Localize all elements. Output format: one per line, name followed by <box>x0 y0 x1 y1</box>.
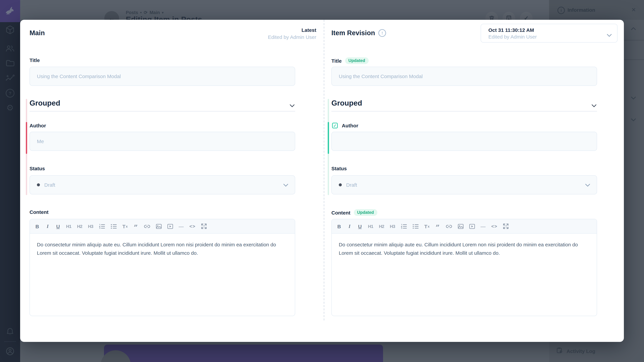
video-icon[interactable] <box>167 224 173 229</box>
breadcrumb-collection[interactable]: Posts <box>126 10 138 15</box>
group-heading: Grouped <box>332 99 362 108</box>
bold-icon[interactable]: B <box>337 223 342 229</box>
version-label: Latest <box>268 26 316 33</box>
breadcrumb[interactable]: Posts • ⟳ Main ▾ <box>126 10 164 15</box>
accordion-expand-icon[interactable] <box>631 117 636 123</box>
group-collapse-chevron-icon[interactable] <box>290 103 294 109</box>
accordion-collapse-icon[interactable] <box>631 25 636 31</box>
modal-footer: 1 Difference ✓ Select All Differences (1… <box>20 318 624 342</box>
status-select[interactable]: Draft <box>332 175 597 194</box>
h2-icon[interactable]: H2 <box>379 224 384 229</box>
video-icon[interactable] <box>469 224 475 229</box>
blockquote-icon[interactable]: ” <box>435 223 440 229</box>
activity-log-icon <box>557 347 562 355</box>
question-mark-glyph: ? <box>6 89 14 97</box>
module-insights-icon[interactable] <box>0 72 20 83</box>
close-panel-button[interactable]: ✕ <box>631 6 636 13</box>
content-field-label: Content Updated <box>332 209 377 216</box>
horizontal-rule-icon[interactable]: — <box>178 223 184 229</box>
revision-column: Item Revision ! Oct 31 11:30:12 AM Edite… <box>332 20 618 318</box>
clear-formatting-icon[interactable]: Tx <box>424 223 430 229</box>
info-i-glyph: i <box>561 8 562 13</box>
fullscreen-icon[interactable] <box>201 224 206 229</box>
fullscreen-icon[interactable] <box>503 224 508 229</box>
code-icon[interactable]: <> <box>189 224 196 229</box>
underline-icon[interactable]: U <box>56 223 60 229</box>
main-column-title: Main <box>30 29 45 37</box>
status-field-label: Status <box>332 166 347 171</box>
panel-divider <box>624 59 644 60</box>
author-input[interactable]: Me <box>30 132 295 151</box>
sidebar-item-activity-log[interactable]: Activity Log <box>557 347 595 355</box>
clear-formatting-icon[interactable]: Tx <box>122 223 128 229</box>
h1-icon[interactable]: H1 <box>368 224 373 229</box>
italic-icon[interactable]: I <box>347 223 352 229</box>
module-users-icon[interactable] <box>0 42 20 54</box>
author-input[interactable] <box>332 132 597 151</box>
column-divider <box>324 20 324 321</box>
bold-icon[interactable]: B <box>35 223 40 229</box>
rabbit-logo-icon <box>4 5 16 17</box>
module-bar: ? ⚙ <box>0 0 20 362</box>
author-value: Me <box>37 138 44 144</box>
link-icon[interactable] <box>446 224 452 228</box>
image-icon[interactable] <box>458 224 464 229</box>
version-edited-by: Edited by Admin User <box>268 33 316 40</box>
notifications-button[interactable] <box>0 327 20 338</box>
app-root: ← Posts • ⟳ Main ▾ Editing Item in Posts… <box>0 0 644 362</box>
breadcrumb-version[interactable]: Main <box>150 10 160 15</box>
accordion-expand-icon[interactable] <box>631 95 636 101</box>
author-diff-checkbox[interactable]: ✓ <box>332 123 338 128</box>
chevron-down-icon <box>607 32 612 38</box>
revision-info-icon[interactable]: ! <box>378 29 386 37</box>
account-icon <box>6 347 14 357</box>
content-editor[interactable]: B I U H1 H2 H3 Tx ” — <> Do <box>332 219 597 316</box>
content-toolbar: B I U H1 H2 H3 Tx ” — <> <box>30 219 295 234</box>
version-meta: Latest Edited by Admin User <box>268 26 316 40</box>
ordered-list-icon[interactable] <box>99 224 105 229</box>
title-input[interactable]: Using the Content Comparison Modal <box>332 67 597 86</box>
content-text: Do consectetur minim aliquip aute eu. Ci… <box>30 234 295 257</box>
close-icon: ✕ <box>631 7 636 13</box>
panel-divider <box>624 40 644 40</box>
chevron-down-icon <box>585 182 590 188</box>
project-logo[interactable] <box>0 0 20 22</box>
content-comparison-modal: Main Latest Edited by Admin User Title U… <box>20 20 624 342</box>
info-icon: i <box>558 7 565 14</box>
version-refresh-icon: ⟳ <box>144 10 148 15</box>
h3-icon[interactable]: H3 <box>88 224 93 229</box>
directus-app: ← Posts • ⟳ Main ▾ Editing Item in Posts… <box>0 0 644 362</box>
status-value: Draft <box>346 182 357 188</box>
title-value: Using the Content Comparison Modal <box>339 73 422 79</box>
h2-icon[interactable]: H2 <box>77 224 82 229</box>
ordered-list-icon[interactable] <box>401 224 407 229</box>
italic-icon[interactable]: I <box>45 223 50 229</box>
revision-select[interactable]: Oct 31 11:30:12 AM Edited by Admin User <box>481 24 618 42</box>
underline-icon[interactable]: U <box>358 223 362 229</box>
bullet-list-icon[interactable] <box>412 224 418 229</box>
module-settings-icon[interactable]: ⚙ <box>0 102 20 113</box>
title-value: Using the Content Comparison Modal <box>37 73 121 79</box>
bullet-list-icon[interactable] <box>111 224 117 229</box>
content-editor[interactable]: B I U H1 H2 H3 Tx ” — <> Do <box>30 219 295 316</box>
revision-column-title: Item Revision ! <box>332 29 386 37</box>
group-heading: Grouped <box>30 99 60 108</box>
content-text: Do consectetur minim aliquip aute eu. Ci… <box>332 234 597 257</box>
group-divider <box>30 111 295 112</box>
image-icon[interactable] <box>156 224 162 229</box>
blockquote-icon[interactable]: ” <box>133 223 138 229</box>
sidebar-divider <box>4 341 16 342</box>
h3-icon[interactable]: H3 <box>390 224 395 229</box>
h1-icon[interactable]: H1 <box>66 224 71 229</box>
horizontal-rule-icon[interactable]: — <box>480 223 486 229</box>
module-files-icon[interactable] <box>0 57 20 69</box>
link-icon[interactable] <box>144 224 150 228</box>
account-button[interactable] <box>0 346 20 358</box>
module-help-icon[interactable]: ? <box>0 87 20 99</box>
title-input[interactable]: Using the Content Comparison Modal <box>30 67 295 86</box>
group-collapse-chevron-icon[interactable] <box>592 103 596 109</box>
content-toolbar: B I U H1 H2 H3 Tx ” — <> <box>332 219 597 234</box>
code-icon[interactable]: <> <box>491 224 498 229</box>
module-content-icon[interactable] <box>0 24 20 35</box>
status-select[interactable]: Draft <box>30 175 295 194</box>
